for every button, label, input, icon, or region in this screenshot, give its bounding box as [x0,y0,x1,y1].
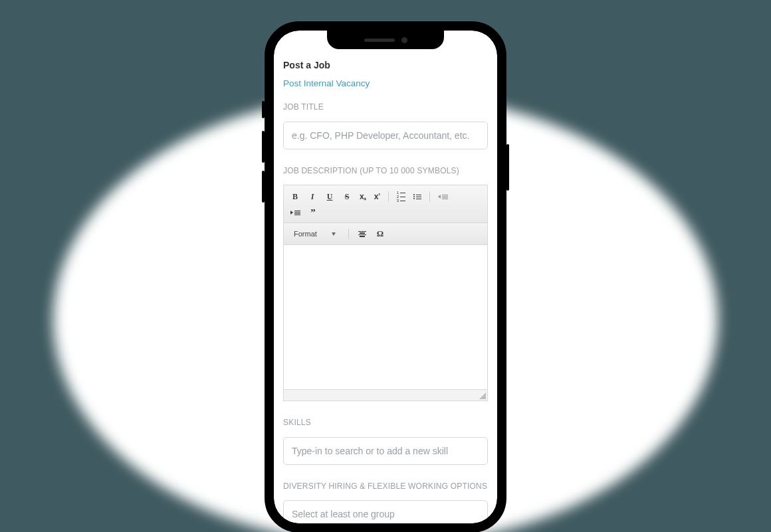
job-title-input[interactable] [283,122,488,149]
post-internal-vacancy-link[interactable]: Post Internal Vacancy [283,78,370,88]
blockquote-icon[interactable]: ” [307,207,319,219]
special-char-icon[interactable]: Ω [374,228,386,240]
screen: Post a Job Post Internal Vacancy JOB TIT… [274,31,497,523]
label-job-description: JOB DESCRIPTION (UP TO 10 000 SYMBOLS) [283,164,488,179]
toolbar-separator [388,191,389,202]
skills-input[interactable] [283,437,488,465]
phone-mute-switch [262,101,265,118]
strikethrough-icon[interactable]: S [341,191,353,203]
phone-camera [401,37,407,43]
indent-icon[interactable] [289,207,302,219]
toolbar-separator [429,191,430,202]
field-job-description: JOB DESCRIPTION (UP TO 10 000 SYMBOLS) B… [283,164,488,402]
field-skills: SKILLS [283,416,488,465]
phone-speaker [364,39,395,42]
rich-text-editor: B I U S x₂ x² 1 2 3 [283,185,488,401]
phone-frame: Post a Job Post Internal Vacancy JOB TIT… [265,21,506,532]
diversity-input[interactable] [283,500,488,523]
align-icon[interactable] [357,228,368,240]
chevron-down-icon [332,232,336,236]
toolbar-separator [348,228,349,239]
editor-statusbar [284,390,487,400]
ordered-list-icon[interactable]: 1 2 3 [395,191,407,203]
phone-volume-up [262,131,265,163]
phone-power-button [506,144,509,191]
label-skills: SKILLS [283,416,488,430]
phone-notch [327,31,444,49]
bold-icon[interactable]: B [289,191,301,203]
underline-icon[interactable]: U [324,191,336,203]
format-dropdown[interactable]: Format [289,227,340,240]
label-job-title: JOB TITLE [283,100,488,115]
field-diversity: DIVERSITY HIRING & FLEXIBLE WORKING OPTI… [283,480,488,523]
subscript-icon[interactable]: x₂ [358,191,368,203]
outdent-icon[interactable] [437,191,449,203]
label-diversity: DIVERSITY HIRING & FLEXIBLE WORKING OPTI… [283,480,488,494]
page-title: Post a Job [283,60,488,70]
field-job-title: JOB TITLE [283,100,488,149]
job-description-textarea[interactable] [284,245,487,390]
italic-icon[interactable]: I [306,191,318,203]
format-dropdown-label: Format [294,230,317,238]
resize-grip-icon[interactable] [479,393,486,399]
editor-toolbar: B I U S x₂ x² 1 2 3 [284,185,487,223]
phone-volume-down [262,171,265,203]
unordered-list-icon[interactable] [412,191,423,203]
superscript-icon[interactable]: x² [373,191,382,203]
editor-toolbar-secondary: Format Ω [284,223,487,245]
